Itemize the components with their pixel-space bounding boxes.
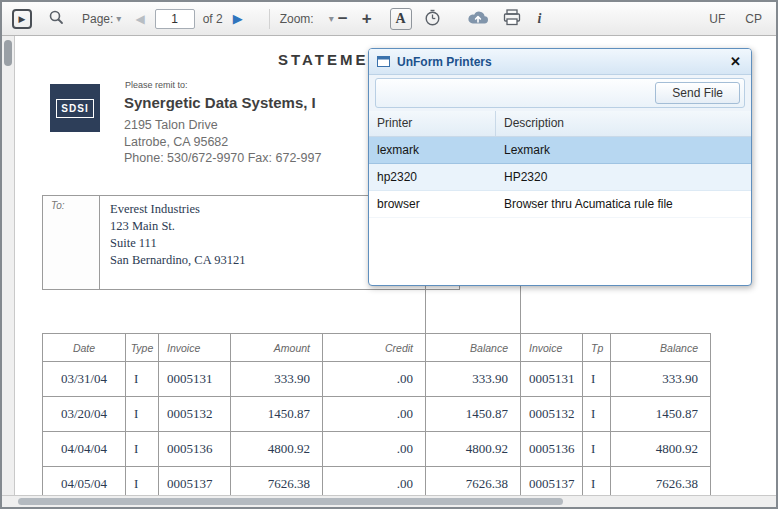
cell: 4800.92	[611, 432, 711, 467]
statement-column-rule	[520, 286, 521, 333]
statement-row: 03/31/04 I 0005131 333.90 .00 333.90 000…	[43, 362, 711, 397]
cell: I	[583, 467, 611, 496]
company-name: Synergetic Data Systems, I	[124, 94, 316, 111]
print-button[interactable]	[503, 9, 521, 29]
printer-row-lexmark[interactable]: lexmark Lexmark	[369, 137, 751, 164]
cell: 333.90	[426, 362, 521, 397]
cell: 0005132	[159, 397, 231, 432]
statement-row: 04/05/04 I 0005137 7626.38 .00 7626.38 0…	[43, 467, 711, 496]
cell: 04/04/04	[43, 432, 126, 467]
upload-button[interactable]	[467, 9, 489, 28]
cell: 0005137	[521, 467, 583, 496]
cell: 1450.87	[426, 397, 521, 432]
cell: I	[583, 397, 611, 432]
cell: I	[126, 467, 159, 496]
history-button[interactable]	[424, 9, 441, 29]
cell: 4800.92	[426, 432, 521, 467]
cp-indicator: CP	[745, 12, 762, 26]
cell: 0005136	[521, 432, 583, 467]
cell: .00	[323, 362, 426, 397]
close-icon[interactable]: ✕	[728, 54, 743, 69]
horizontal-scrollbar-thumb[interactable]	[18, 498, 563, 505]
cell: 333.90	[611, 362, 711, 397]
statement-row: 04/04/04 I 0005136 4800.92 .00 4800.92 0…	[43, 432, 711, 467]
company-address-line2: Latrobe, CA 95682	[124, 134, 321, 151]
search-icon	[48, 9, 64, 28]
unform-viewer-window: ▶ Page: ▾ ◀ of 2 ▶ Zoom: ▾ − + A	[0, 0, 778, 509]
cell: I	[583, 362, 611, 397]
company-address-line1: 2195 Talon Drive	[124, 117, 321, 134]
cell: I	[583, 432, 611, 467]
dialog-toolbar-panel: Send File	[375, 78, 745, 108]
cell: 7626.38	[426, 467, 521, 496]
printer-column-header: Printer	[369, 111, 496, 136]
statement-column-rule	[425, 286, 426, 333]
next-page-button[interactable]: ▶	[233, 11, 243, 26]
recipient-line: 123 Main St.	[110, 218, 245, 235]
page-number-input[interactable]	[155, 9, 195, 29]
cell: 03/20/04	[43, 397, 126, 432]
dialog-title: UnForm Printers	[397, 55, 728, 69]
dialog-toolbar: Send File	[369, 75, 751, 111]
vertical-scrollbar[interactable]	[2, 36, 15, 495]
recipient-line: San Bernardino, CA 93121	[110, 252, 245, 269]
page-label: Page:	[82, 12, 113, 26]
column-header: Balance	[611, 334, 711, 362]
printer-table-header: Printer Description	[369, 111, 751, 137]
printer-name: lexmark	[369, 137, 496, 164]
previous-page-button[interactable]: ◀	[135, 12, 144, 26]
play-icon: ▶	[19, 14, 26, 24]
text-annotation-button[interactable]: A	[390, 8, 412, 30]
cell: 7626.38	[231, 467, 323, 496]
page-total-label: of 2	[203, 12, 223, 26]
statement-table: Date Type Invoice Amount Credit Balance …	[42, 333, 711, 495]
recipient-line: Suite 111	[110, 235, 245, 252]
vertical-scrollbar-thumb[interactable]	[4, 40, 12, 66]
open-viewer-button[interactable]: ▶	[12, 9, 32, 29]
column-header: Invoice	[521, 334, 583, 362]
info-button[interactable]: i	[533, 11, 547, 27]
zoom-out-button[interactable]: −	[338, 9, 348, 29]
cell: I	[126, 362, 159, 397]
column-header: Type	[126, 334, 159, 362]
printer-row-hp2320[interactable]: hp2320 HP2320	[369, 164, 751, 191]
cell: 0005137	[159, 467, 231, 496]
printer-row-browser[interactable]: browser Browser thru Acumatica rule file	[369, 191, 751, 218]
recipient-address: Everest Industries 123 Main St. Suite 11…	[110, 201, 245, 269]
sdsi-logo-text: SDSI	[56, 99, 93, 118]
company-phone: Phone: 530/672-9970 Fax: 672-997	[124, 150, 321, 167]
column-header: Date	[43, 334, 126, 362]
text-annotation-label: A	[396, 11, 406, 27]
cell: 1450.87	[231, 397, 323, 432]
dialog-titlebar[interactable]: UnForm Printers ✕	[369, 49, 751, 75]
printer-name: hp2320	[369, 164, 496, 191]
cell: 333.90	[231, 362, 323, 397]
page-dropdown-chevron-icon[interactable]: ▾	[116, 13, 121, 24]
column-header: Tp	[583, 334, 611, 362]
cell: I	[126, 397, 159, 432]
remit-label: Please remit to:	[125, 80, 188, 90]
zoom-in-button[interactable]: +	[362, 9, 372, 29]
description-column-header: Description	[496, 111, 751, 136]
cell: 04/05/04	[43, 467, 126, 496]
cell: 0005136	[159, 432, 231, 467]
unform-printers-dialog: UnForm Printers ✕ Send File Printer Desc…	[368, 48, 752, 286]
printer-description: HP2320	[496, 164, 751, 191]
zoom-label: Zoom:	[280, 12, 314, 26]
cell: 0005131	[159, 362, 231, 397]
toolbar: ▶ Page: ▾ ◀ of 2 ▶ Zoom: ▾ − + A	[2, 2, 776, 36]
info-icon: i	[538, 11, 542, 27]
send-file-button[interactable]: Send File	[655, 82, 740, 104]
toolbar-separator	[269, 9, 270, 29]
column-header: Amount	[231, 334, 323, 362]
search-button[interactable]	[48, 9, 64, 28]
horizontal-scrollbar[interactable]	[2, 495, 776, 507]
cell: 0005132	[521, 397, 583, 432]
window-icon	[377, 53, 390, 71]
clock-icon	[424, 9, 441, 29]
statement-row: 03/20/04 I 0005132 1450.87 .00 1450.87 0…	[43, 397, 711, 432]
cell: 7626.38	[611, 467, 711, 496]
cloud-upload-icon	[467, 9, 489, 28]
zoom-dropdown-chevron-icon[interactable]: ▾	[329, 13, 334, 24]
cell: 03/31/04	[43, 362, 126, 397]
